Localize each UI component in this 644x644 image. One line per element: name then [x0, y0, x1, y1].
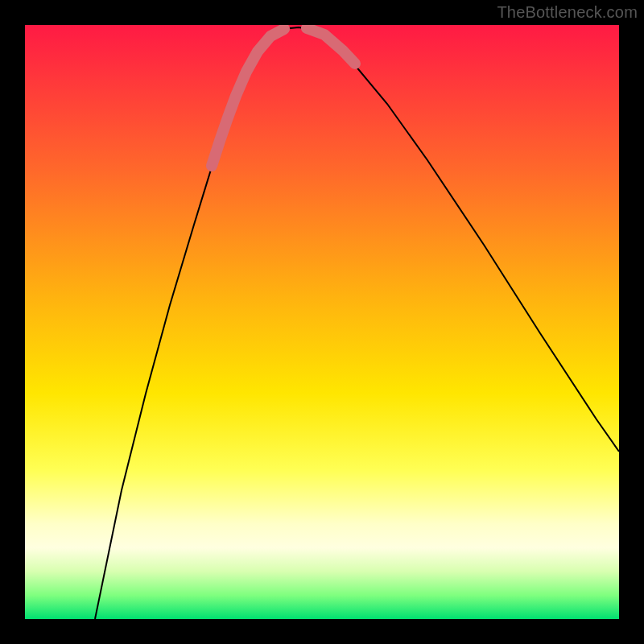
- chart-curve-layer: [25, 25, 619, 619]
- series-highlight-right: [307, 28, 355, 64]
- series-highlight-left: [212, 29, 284, 166]
- watermark-label: TheBottleneck.com: [497, 3, 638, 22]
- bottleneck-chart: TheBottleneck.com: [0, 0, 644, 644]
- series-bottleneck-curve: [95, 27, 619, 619]
